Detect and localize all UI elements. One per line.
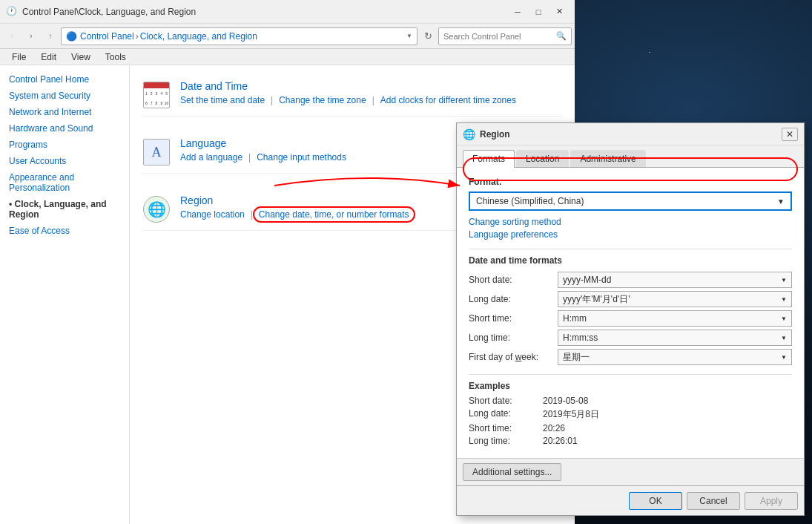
format-dropdown[interactable]: Chinese (Simplified, China) ▼ [469, 191, 792, 211]
date-time-formats-header: Date and time formats [469, 249, 792, 266]
dialog-title-bar: 🌐 Region ✕ [457, 123, 804, 145]
example-short-time-value: 20:26 [543, 423, 565, 433]
menu-view[interactable]: View [65, 50, 96, 64]
first-day-arrow: ▼ [781, 354, 787, 361]
up-button[interactable]: ↑ [42, 27, 59, 45]
format-links: Change sorting method Language preferenc… [469, 217, 792, 240]
long-time-label: Long time: [469, 333, 558, 343]
tab-location[interactable]: Location [516, 150, 569, 167]
example-short-time-label: Short time: [469, 423, 543, 433]
search-box: 🔍 [438, 27, 572, 45]
sidebar-item-user-accounts[interactable]: User Accounts [0, 153, 129, 169]
date-time-title[interactable]: Date and Time [180, 80, 563, 92]
additional-settings-button[interactable]: Additional settings... [463, 463, 561, 481]
date-time-links: Set the time and date | Change the time … [180, 95, 563, 105]
short-time-arrow: ▼ [781, 315, 787, 322]
format-dropdown-value: Chinese (Simplified, China) [476, 196, 777, 206]
example-long-time-label: Long time: [469, 436, 543, 446]
example-long-date-label: Long date: [469, 408, 543, 421]
menu-edit[interactable]: Edit [35, 50, 62, 64]
cal-header [144, 82, 169, 88]
link-language-preferences[interactable]: Language preferences [469, 229, 792, 240]
navigation-bar: ‹ › ↑ 🔵 Control Panel › Clock, Language,… [0, 24, 575, 49]
tab-formats[interactable]: Formats [463, 150, 515, 168]
sidebar-item-network-internet[interactable]: Network and Internet [0, 104, 129, 120]
format-label: Format: [469, 177, 792, 187]
sidebar-item-appearance[interactable]: Appearance andPersonalization [0, 169, 129, 196]
link-change-formats[interactable]: Change date, time, or number formats [259, 209, 409, 220]
window-title: Control Panel\Clock, Language, and Regio… [22, 7, 508, 17]
ok-button[interactable]: OK [629, 492, 682, 510]
address-dropdown-arrow[interactable]: ▼ [406, 33, 412, 39]
sidebar-item-system-security[interactable]: System and Security [0, 88, 129, 104]
tab-administrative[interactable]: Administrative [570, 150, 645, 167]
search-icon[interactable]: 🔍 [556, 31, 567, 41]
title-bar: 🕐 Control Panel\Clock, Language, and Reg… [0, 0, 575, 24]
search-input[interactable] [443, 32, 556, 41]
sidebar-item-hardware-sound[interactable]: Hardware and Sound [0, 120, 129, 137]
dialog-close-button[interactable]: ✕ [782, 128, 798, 141]
dialog-tabs: Formats Location Administrative [457, 145, 804, 168]
link-set-time-date[interactable]: Set the time and date [180, 95, 265, 105]
example-long-time: Long time: 20:26:01 [469, 436, 792, 446]
first-day-value: 星期一 [563, 351, 781, 364]
examples-section: Examples Short date: 2019-05-08 Long dat… [469, 374, 792, 446]
back-button[interactable]: ‹ [3, 27, 21, 45]
short-date-value: yyyy-MM-dd [563, 275, 781, 285]
link-change-input[interactable]: Change input methods [257, 152, 346, 163]
short-time-label: Short time: [469, 313, 558, 324]
link-change-timezone[interactable]: Change the time zone [279, 95, 366, 105]
maximize-button[interactable]: □ [529, 4, 548, 19]
breadcrumb-clock-language[interactable]: Clock, Language, and Region [140, 31, 257, 42]
lang-icon-img: A [143, 139, 170, 166]
long-date-dropdown[interactable]: yyyy'年'M'月'd'日' ▼ [558, 291, 792, 307]
date-time-row: 1 2 3 4 5 6 7 8 9 10 Date a [142, 74, 563, 117]
long-time-arrow: ▼ [781, 335, 787, 341]
sidebar: Control Panel Home System and Security N… [0, 65, 130, 524]
sidebar-item-ease-of-access[interactable]: Ease of Access [0, 223, 129, 239]
close-button[interactable]: ✕ [549, 4, 569, 19]
long-date-arrow: ▼ [781, 296, 787, 303]
long-time-dropdown[interactable]: H:mm:ss ▼ [558, 330, 792, 346]
address-icon: 🔵 [66, 31, 77, 42]
cancel-button[interactable]: Cancel [687, 492, 740, 510]
sidebar-item-programs[interactable]: Programs [0, 137, 129, 153]
link-change-sorting[interactable]: Change sorting method [469, 217, 792, 227]
long-date-value: yyyy'年'M'月'd'日' [563, 293, 781, 306]
date-time-content: Date and Time Set the time and date | Ch… [180, 80, 563, 105]
examples-title: Examples [469, 381, 792, 391]
first-day-dropdown[interactable]: 星期一 ▼ [558, 349, 792, 365]
format-dropdown-arrow: ▼ [777, 197, 785, 206]
short-time-dropdown[interactable]: H:mm ▼ [558, 310, 792, 327]
sidebar-item-control-panel-home[interactable]: Control Panel Home [0, 71, 129, 88]
dialog-content: Format: Chinese (Simplified, China) ▼ Ch… [457, 168, 804, 458]
example-short-time: Short time: 20:26 [469, 423, 792, 433]
highlighted-link-wrapper: Change date, time, or number formats [259, 209, 409, 220]
menu-tools[interactable]: Tools [99, 50, 132, 64]
refresh-button[interactable]: ↻ [419, 27, 437, 45]
example-long-date: Long date: 2019年5月8日 [469, 408, 792, 421]
minimize-button[interactable]: ─ [508, 4, 527, 19]
link-change-location[interactable]: Change location [180, 209, 245, 220]
breadcrumb-control-panel[interactable]: Control Panel [80, 31, 134, 42]
forward-button[interactable]: › [22, 27, 40, 45]
long-time-value: H:mm:ss [563, 333, 781, 343]
window-icon: 🕐 [6, 6, 18, 18]
link-add-language[interactable]: Add a language [180, 152, 242, 163]
first-day-row: First day of week: 星期一 ▼ [469, 349, 792, 365]
example-short-date-value: 2019-05-08 [543, 396, 588, 406]
short-date-dropdown[interactable]: yyyy-MM-dd ▼ [558, 272, 792, 288]
address-bar[interactable]: 🔵 Control Panel › Clock, Language, and R… [61, 27, 417, 45]
example-long-date-value: 2019年5月8日 [543, 408, 599, 421]
menu-file[interactable]: File [6, 50, 32, 64]
short-time-row: Short time: H:mm ▼ [469, 310, 792, 327]
example-long-time-value: 20:26:01 [543, 436, 578, 446]
dialog-footer: OK Cancel Apply [457, 485, 804, 515]
first-day-label: First day of week: [469, 352, 558, 362]
example-short-date-label: Short date: [469, 396, 543, 406]
long-time-row: Long time: H:mm:ss ▼ [469, 330, 792, 346]
region-dialog: 🌐 Region ✕ Formats Location Administrati… [456, 122, 805, 516]
long-date-label: Long date: [469, 294, 558, 304]
link-add-clocks[interactable]: Add clocks for different time zones [380, 95, 516, 105]
apply-button[interactable]: Apply [745, 492, 798, 510]
